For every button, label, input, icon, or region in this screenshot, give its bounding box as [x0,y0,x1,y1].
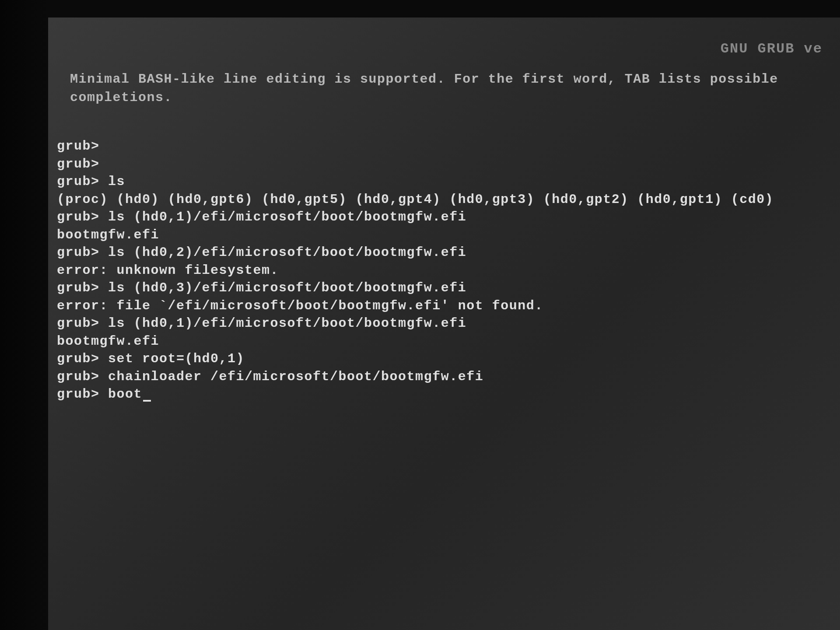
grub-prompt-line: grub> ls [57,173,831,191]
grub-prompt-line: grub> ls (hd0,1)/efi/microsoft/boot/boot… [57,315,831,332]
monitor-bezel-left [0,0,48,630]
grub-output-line: error: file `/efi/microsoft/boot/bootmgf… [57,297,831,315]
text-cursor [143,400,151,402]
grub-prompt-line: grub> chainloader /efi/microsoft/boot/bo… [57,368,831,386]
help-line-1: Minimal BASH-like line editing is suppor… [70,70,831,88]
monitor-bezel-top [0,0,840,18]
grub-prompt-line: grub> [57,137,831,155]
grub-header-title: GNU GRUB ve [721,39,822,58]
grub-output-line: bootmgfw.efi [57,332,831,350]
help-line-2: completions. [70,88,831,107]
terminal-output-area: grub>grub>grub> ls(proc) (hd0) (hd0,gpt6… [57,137,831,403]
grub-output-line: bootmgfw.efi [57,226,831,244]
grub-prompt-line: grub> ls (hd0,3)/efi/microsoft/boot/boot… [57,279,831,297]
grub-terminal-screen[interactable]: GNU GRUB ve Minimal BASH-like line editi… [48,18,840,630]
grub-output-line: error: unknown filesystem. [57,262,831,280]
grub-prompt-line: grub> boot [57,385,831,403]
grub-prompt-line: grub> set root=(hd0,1) [57,350,831,368]
grub-prompt-line: grub> ls (hd0,2)/efi/microsoft/boot/boot… [57,244,831,262]
grub-prompt-line: grub> [57,155,831,173]
grub-prompt-line: grub> ls (hd0,1)/efi/microsoft/boot/boot… [57,208,831,226]
grub-output-line: (proc) (hd0) (hd0,gpt6) (hd0,gpt5) (hd0,… [57,191,831,209]
grub-help-text: Minimal BASH-like line editing is suppor… [70,70,831,107]
